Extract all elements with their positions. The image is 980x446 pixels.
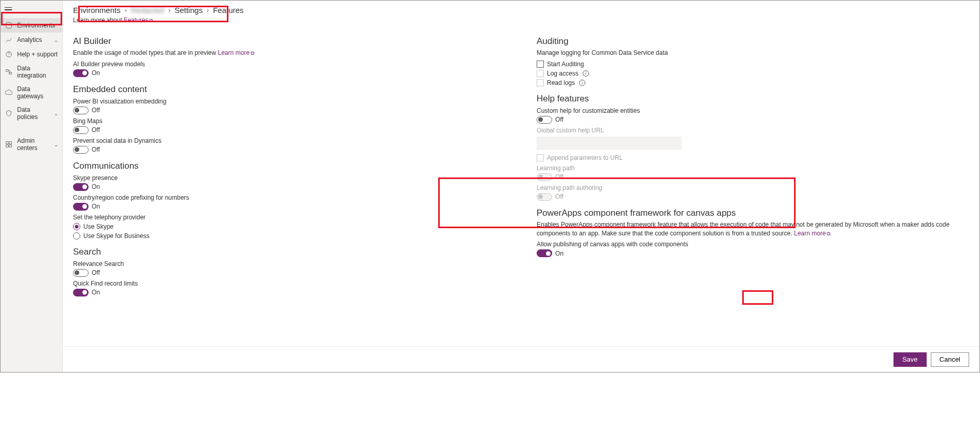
main-content: Environments › Redacted › Settings › Fea… bbox=[63, 1, 979, 372]
learning-path-auth-toggle bbox=[537, 193, 552, 201]
sidebar-item-data-gateways[interactable]: Data gateways bbox=[1, 82, 62, 103]
pcf-allow-toggle[interactable] bbox=[537, 249, 552, 257]
sidebar-item-label: Data policies bbox=[17, 106, 50, 121]
cancel-button[interactable]: Cancel bbox=[931, 352, 969, 367]
pcf-heading: PowerApps component framework for canvas… bbox=[537, 208, 969, 218]
chevron-down-icon: ⌄ bbox=[54, 142, 58, 147]
help-url-input bbox=[537, 137, 682, 150]
chevron-down-icon: ⌄ bbox=[54, 111, 58, 116]
use-skype-business-radio[interactable] bbox=[73, 232, 80, 240]
save-button[interactable]: Save bbox=[893, 352, 927, 367]
pcf-desc: Enables PowerApps component framework fe… bbox=[537, 220, 969, 238]
use-skype-radio[interactable] bbox=[73, 223, 80, 230]
skype-presence-label: Skype presence bbox=[73, 174, 506, 182]
analytics-icon bbox=[5, 36, 13, 44]
pcf-learn-more-link[interactable]: Learn more bbox=[794, 230, 826, 237]
chevron-down-icon: ⌄ bbox=[54, 37, 58, 43]
auditing-desc: Manage logging for Common Data Service d… bbox=[537, 49, 969, 57]
auditing-heading: Auditing bbox=[537, 36, 969, 47]
powerbi-toggle[interactable] bbox=[73, 107, 89, 114]
toggle-state: Off bbox=[92, 146, 100, 153]
ai-builder-desc: Enable the usage of model types that are… bbox=[73, 49, 506, 57]
sidebar-item-label: Analytics bbox=[17, 36, 42, 43]
search-heading: Search bbox=[73, 247, 506, 257]
svg-rect-6 bbox=[6, 145, 8, 147]
left-column: AI Builder Enable the usage of model typ… bbox=[73, 29, 506, 338]
toggle-state: Off bbox=[555, 173, 564, 181]
custom-help-label: Custom help for customizable entities bbox=[537, 107, 969, 114]
breadcrumb-environments[interactable]: Environments bbox=[73, 6, 121, 14]
sidebar: Environments Analytics ⌄ Help + support … bbox=[1, 1, 63, 372]
external-link-icon: ⧉ bbox=[827, 231, 830, 236]
help-features-heading: Help features bbox=[537, 94, 969, 104]
learn-more-line: Learn more about Features⧉ bbox=[63, 17, 979, 29]
breadcrumb-settings[interactable]: Settings bbox=[175, 6, 203, 14]
sidebar-item-help[interactable]: Help + support bbox=[1, 47, 62, 62]
sidebar-item-label: Data integration bbox=[17, 65, 58, 79]
toggle-state: Off bbox=[92, 269, 100, 276]
toggle-state: On bbox=[92, 203, 100, 210]
ai-preview-toggle[interactable] bbox=[73, 69, 89, 77]
svg-rect-2 bbox=[6, 70, 8, 72]
bingmaps-label: Bing Maps bbox=[73, 117, 506, 125]
checkbox-label: Start Auditing bbox=[547, 61, 584, 68]
skype-presence-toggle[interactable] bbox=[73, 183, 89, 191]
checkbox-label: Read logs bbox=[547, 79, 575, 86]
toggle-state: On bbox=[92, 69, 100, 77]
svg-rect-7 bbox=[9, 145, 11, 147]
append-params-checkbox bbox=[537, 154, 544, 161]
gateways-icon bbox=[5, 88, 13, 97]
custom-help-toggle[interactable] bbox=[537, 116, 552, 124]
read-logs-checkbox[interactable] bbox=[537, 79, 544, 86]
external-link-icon: ⧉ bbox=[251, 50, 254, 56]
telephony-label: Set the telephony provider bbox=[73, 214, 506, 221]
info-icon[interactable]: i bbox=[579, 80, 585, 86]
country-prefix-toggle[interactable] bbox=[73, 203, 89, 211]
sidebar-item-analytics[interactable]: Analytics ⌄ bbox=[1, 33, 62, 47]
radio-label: Use Skype for Business bbox=[83, 232, 149, 240]
environments-icon bbox=[5, 21, 13, 29]
hamburger-icon[interactable] bbox=[5, 4, 17, 16]
learning-path-label: Learning path bbox=[537, 165, 969, 172]
svg-rect-4 bbox=[6, 142, 8, 144]
breadcrumb-env-name[interactable]: Redacted bbox=[131, 6, 164, 14]
ai-builder-heading: AI Builder bbox=[73, 36, 506, 47]
toggle-state: Off bbox=[555, 116, 564, 123]
sidebar-item-label: Environments bbox=[17, 22, 55, 29]
pcf-allow-label: Allow publishing of canvas apps with cod… bbox=[537, 241, 969, 248]
relevance-label: Relevance Search bbox=[73, 260, 506, 267]
sidebar-item-admin-centers[interactable]: Admin centers ⌄ bbox=[1, 134, 62, 155]
info-icon[interactable]: i bbox=[583, 70, 589, 77]
external-link-icon: ⧉ bbox=[149, 18, 153, 23]
social-label: Prevent social data in Dynamics bbox=[73, 137, 506, 144]
bingmaps-toggle[interactable] bbox=[73, 126, 89, 134]
chevron-right-icon: › bbox=[125, 7, 127, 14]
toggle-state: On bbox=[92, 183, 100, 190]
sidebar-item-data-policies[interactable]: Data policies ⌄ bbox=[1, 103, 62, 124]
ai-learn-more-link[interactable]: Learn more bbox=[218, 49, 250, 56]
start-auditing-checkbox[interactable] bbox=[537, 61, 544, 68]
sidebar-item-data-integration[interactable]: Data integration bbox=[1, 62, 62, 82]
svg-point-0 bbox=[6, 22, 12, 24]
right-column: Auditing Manage logging for Common Data … bbox=[537, 29, 969, 338]
toggle-state: Off bbox=[92, 126, 100, 133]
log-access-checkbox[interactable] bbox=[537, 70, 544, 77]
breadcrumb: Environments › Redacted › Settings › Fea… bbox=[63, 1, 979, 17]
help-icon bbox=[5, 50, 13, 58]
sidebar-item-label: Admin centers bbox=[17, 137, 50, 152]
admin-centers-icon bbox=[5, 140, 13, 148]
shield-icon bbox=[5, 109, 13, 117]
data-integration-icon bbox=[5, 68, 13, 76]
checkbox-label: Append parameters to URL bbox=[547, 154, 623, 161]
quickfind-toggle[interactable] bbox=[73, 289, 89, 296]
country-prefix-label: Country/region code prefixing for number… bbox=[73, 194, 506, 201]
relevance-toggle[interactable] bbox=[73, 269, 89, 277]
breadcrumb-features: Features bbox=[213, 6, 243, 14]
social-toggle[interactable] bbox=[73, 146, 89, 154]
sidebar-item-environments[interactable]: Environments bbox=[1, 18, 62, 33]
features-link[interactable]: Features bbox=[124, 17, 148, 24]
toggle-state: On bbox=[92, 289, 100, 296]
toggle-state: Off bbox=[555, 193, 564, 200]
svg-rect-5 bbox=[9, 142, 11, 144]
toggle-state: On bbox=[555, 250, 564, 257]
